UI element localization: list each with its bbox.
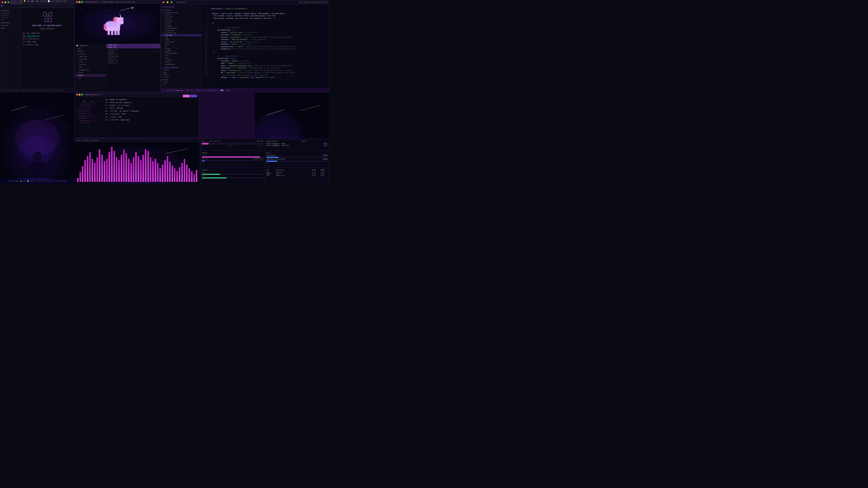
neofetch-we: WE| emmet @ snowfire — [105, 98, 139, 101]
svg-point-69 — [261, 101, 262, 102]
files-titlebar: emmet@snowfire: /home/emmet/.dotfiles/fl… — [75, 0, 160, 4]
cmd-search[interactable]: [o] [o] [Search] — [22, 32, 72, 35]
cmd-newtab[interactable]: [t] [New tab] — [22, 40, 72, 43]
tree-worklab[interactable]: worklab — [75, 63, 106, 66]
maximize-icon[interactable] — [7, 1, 9, 3]
tree-themes[interactable]: themes — [75, 74, 106, 77]
cmd-history[interactable]: [$ h] [History] — [22, 37, 72, 40]
etree-theme[interactable]: theme — [161, 43, 202, 45]
tree-root[interactable]: 📁 .dotfiles — [75, 44, 106, 47]
etree-pkgs-system[interactable]: system — [161, 81, 202, 84]
code-content: description = "Flake of LibrePhoenix"; o… — [208, 4, 329, 88]
sidebar-external-label: External — [1, 25, 20, 26]
svg-rect-35 — [107, 31, 110, 35]
files-close-icon[interactable] — [76, 1, 78, 3]
etree-defaultroamdir[interactable]: defaultRoamDir — [161, 52, 202, 55]
etree-profile[interactable]: profile — [161, 18, 202, 21]
files-min-icon[interactable] — [79, 1, 81, 3]
file-flakelock[interactable]: Flake.lock 27.5 K — [106, 44, 160, 46]
sidebar-item-documents[interactable]: Documents — [1, 12, 20, 14]
file-size-flakelock: 27.5 K — [153, 44, 159, 46]
etree-wm[interactable]: wm — [161, 45, 202, 48]
tree-homelab[interactable]: home lab — [75, 55, 106, 58]
eq-bar-37 — [164, 160, 166, 182]
etree-nixpkgs-patches[interactable]: patches — [161, 76, 202, 78]
eq-bar-47 — [188, 168, 190, 182]
etree-name[interactable]: name — [161, 36, 202, 39]
etree-nixpkgs-system[interactable]: system — [161, 69, 202, 71]
minimize-icon[interactable] — [4, 1, 6, 3]
tree-patches[interactable]: patches — [75, 50, 106, 53]
etree-usersettings[interactable]: ▼ userSettings — [161, 32, 202, 34]
tree-wsl[interactable]: wsl — [75, 66, 106, 69]
etree-spawnedit[interactable]: spawnEditor — [161, 64, 202, 66]
file-readmeorg[interactable]: README.org — [106, 53, 160, 55]
etree-term[interactable]: term — [161, 55, 202, 57]
proc-col-mem: MEM% — [321, 169, 328, 171]
browser-address-bar[interactable]: ▌ — [0, 4, 74, 8]
etree-email[interactable]: email — [161, 39, 202, 41]
disk-header: Disks — [266, 152, 328, 154]
tree-system[interactable]: system — [75, 71, 106, 74]
sidebar-item-config[interactable]: .config — [1, 17, 20, 19]
file-installsh[interactable]: install.sh — [106, 62, 160, 64]
file-harden[interactable]: harden.sh — [106, 57, 160, 60]
etree-systemsettings[interactable]: ▼ systemSettings — [161, 11, 202, 14]
etree-nixpkgs-editor[interactable]: editor — [161, 73, 202, 76]
disk-size-2: 503GB — [323, 158, 328, 160]
tree-personal[interactable]: personal — [75, 58, 106, 61]
etree-fontpkg[interactable]: fontPkg — [161, 59, 202, 61]
etree-pkgs-src[interactable]: src — [161, 84, 202, 86]
file-installorg[interactable]: install.org — [106, 48, 160, 51]
etree-bootmode[interactable]: bootMode — [161, 25, 202, 27]
etree-timezone[interactable]: timezone — [161, 21, 202, 23]
tree-work[interactable]: work — [75, 61, 106, 63]
etree-font[interactable]: font — [161, 57, 202, 59]
file-license[interactable]: LICENSE 34.2 K — [106, 51, 160, 53]
neofetch-max-icon[interactable] — [81, 94, 83, 96]
etree-browser[interactable]: browser — [161, 50, 202, 52]
tree-readme[interactable]: README.org — [75, 69, 106, 71]
temp-name-1: card0 (amdgpu): edge — [266, 143, 285, 144]
cmd-closetab[interactable]: [x] [Close tab] — [22, 43, 72, 46]
etree-bootmountpath[interactable]: bootMountPath — [161, 27, 202, 30]
etree-locale[interactable]: locale — [161, 23, 202, 25]
val-arch: x86_64 — [116, 107, 123, 109]
file-install[interactable]: install.org — [106, 60, 160, 62]
etree-wmtype[interactable]: wmType — [161, 48, 202, 50]
cpu-min: 1.14 — [212, 140, 216, 142]
etree-username[interactable]: username — [161, 34, 202, 36]
editor-close-icon[interactable] — [162, 1, 164, 3]
net-tx: 54.8 — [202, 175, 264, 177]
editor-min-icon[interactable] — [166, 1, 168, 3]
etree-editor[interactable]: editor — [161, 61, 202, 64]
neofetch-min-icon[interactable] — [79, 94, 81, 96]
cosmic-figure-svg — [0, 93, 74, 184]
sidebar-item-tech[interactable]: Tech — [1, 19, 20, 21]
sidebar-item-pictures[interactable]: Pictures — [1, 14, 20, 17]
proc-item-2: 550631 emacs 0.28 0.7% — [266, 173, 328, 175]
etree-system[interactable]: system — [161, 14, 202, 16]
file-flakenix[interactable]: flake.nix 2.2K — [106, 46, 160, 48]
svg-rect-32 — [121, 20, 122, 21]
svg-point-44 — [116, 26, 117, 27]
etree-grubdevice[interactable]: grubDevice — [161, 30, 202, 32]
tree-git[interactable]: .git — [75, 47, 106, 50]
tree-profiles[interactable]: profiles — [75, 53, 106, 55]
tree-user[interactable]: user — [75, 77, 106, 79]
neofetch-close-icon[interactable] — [76, 94, 78, 96]
mem-bar2-bg — [202, 160, 264, 161]
editor-code-area: 1234567891011121314151617181920212223242… — [202, 4, 329, 88]
file-desktop[interactable]: desktop.png — [106, 55, 160, 57]
cmd-quickmarks[interactable]: [b] [Quickmarks] — [22, 35, 72, 38]
svg-point-52 — [68, 126, 68, 127]
eq-bar-3 — [82, 166, 84, 182]
editor-max-icon[interactable] — [170, 1, 173, 3]
files-max-icon[interactable] — [81, 1, 83, 3]
etree-hostname[interactable]: hostname — [161, 16, 202, 18]
etree-dotfilesdir[interactable]: dotfilesDir — [161, 41, 202, 43]
etree-nixpkgs-name[interactable]: name — [161, 71, 202, 73]
disk-name-2: /dev/dm-0 /nix/store — [266, 158, 285, 160]
close-icon[interactable] — [2, 1, 3, 3]
svg-point-49 — [45, 110, 45, 111]
